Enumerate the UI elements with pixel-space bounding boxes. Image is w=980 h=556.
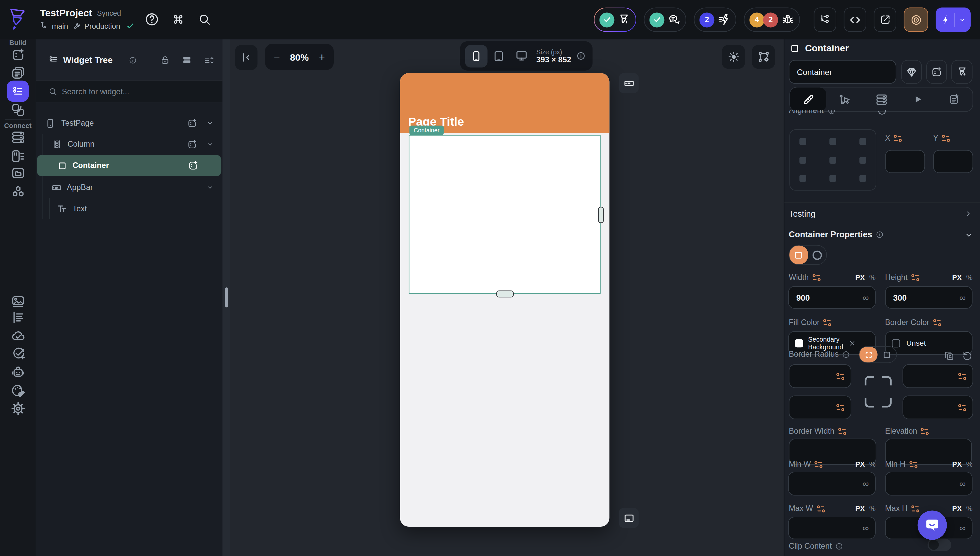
collapse-section-chevron-icon[interactable] xyxy=(964,230,974,240)
min-h-field[interactable]: ∞ xyxy=(885,472,972,495)
issues-badge[interactable]: 4 2 xyxy=(744,7,800,32)
command-palette-button[interactable] xyxy=(171,12,185,26)
tab-backend[interactable] xyxy=(863,87,899,111)
widget-name-field[interactable] xyxy=(789,60,896,84)
view-code-button[interactable] xyxy=(844,7,866,32)
alignment-grid[interactable] xyxy=(789,129,876,191)
align-dot[interactable] xyxy=(829,175,836,182)
device-tablet-button[interactable] xyxy=(487,45,510,67)
align-dot[interactable] xyxy=(829,157,836,164)
variable-icon[interactable] xyxy=(836,403,845,411)
x-input[interactable] xyxy=(885,150,925,173)
testing-section[interactable]: Testing xyxy=(789,209,815,219)
radius-top-left-field[interactable] xyxy=(789,364,851,388)
nav-add-widget[interactable] xyxy=(10,47,25,62)
max-h-unit-px[interactable]: PX xyxy=(953,505,962,512)
min-w-field[interactable]: ∞ xyxy=(788,472,876,495)
chevron-down-icon[interactable] xyxy=(206,141,214,148)
nav-integrations[interactable] xyxy=(10,184,25,199)
nav-cloud-functions[interactable] xyxy=(10,329,25,344)
min-h-unit-pct[interactable]: % xyxy=(966,460,972,468)
canvas-settings-button[interactable] xyxy=(752,45,775,69)
nav-pages[interactable] xyxy=(10,66,25,81)
shape-circle-button[interactable] xyxy=(808,246,826,264)
readiness-check-badge[interactable] xyxy=(594,7,636,32)
widget-search-input[interactable] xyxy=(61,83,213,100)
device-phone-button[interactable] xyxy=(465,45,487,67)
variable-icon[interactable] xyxy=(941,134,951,142)
fill-color-swatch[interactable] xyxy=(795,339,803,347)
appbar-shortcut-button[interactable] xyxy=(619,73,639,93)
add-widget-icon[interactable] xyxy=(188,160,199,171)
nav-components[interactable] xyxy=(10,102,25,117)
preview-button[interactable] xyxy=(904,7,928,32)
radius-bottom-right-field[interactable] xyxy=(902,395,974,419)
width-input[interactable] xyxy=(789,293,857,302)
height-field[interactable]: ∞ xyxy=(885,286,972,308)
radius-square-button[interactable] xyxy=(878,347,896,362)
variable-icon[interactable] xyxy=(958,372,967,380)
navbar-shortcut-button[interactable] xyxy=(619,508,639,528)
variable-icon[interactable] xyxy=(910,505,920,513)
add-widget-button[interactable] xyxy=(926,60,947,84)
tab-properties[interactable] xyxy=(790,87,826,111)
search-button[interactable] xyxy=(197,12,211,26)
branch-selector[interactable]: main Production xyxy=(40,21,135,31)
flutterflow-logo-icon[interactable] xyxy=(6,7,29,31)
add-widget-icon[interactable] xyxy=(187,139,197,150)
align-dot[interactable] xyxy=(859,138,866,145)
tab-actions[interactable] xyxy=(826,87,863,111)
nav-data-schema[interactable] xyxy=(10,149,25,164)
zoom-level[interactable]: 80% xyxy=(290,52,309,62)
radius-rounded-button[interactable] xyxy=(859,347,877,362)
size-value[interactable]: 393 × 852 xyxy=(536,55,571,64)
sort-button[interactable] xyxy=(204,55,214,66)
border-color-swatch[interactable] xyxy=(892,339,900,347)
tree-node-text[interactable]: Text xyxy=(36,198,222,219)
align-dot[interactable] xyxy=(859,157,866,164)
variable-icon[interactable] xyxy=(814,460,823,468)
height-input[interactable] xyxy=(886,293,954,302)
panel-layout-button[interactable] xyxy=(182,55,192,65)
min-w-infinity[interactable]: ∞ xyxy=(863,478,875,489)
zoom-out-button[interactable]: − xyxy=(274,52,280,62)
nav-image-assets[interactable] xyxy=(10,294,25,309)
border-color-field[interactable]: Unset xyxy=(885,331,972,355)
info-icon[interactable] xyxy=(129,57,137,64)
reset-icon[interactable] xyxy=(877,110,887,116)
max-h-infinity[interactable]: ∞ xyxy=(959,523,972,533)
nav-settings[interactable] xyxy=(10,401,25,416)
variable-icon[interactable] xyxy=(932,318,942,326)
reset-radius-icon[interactable] xyxy=(962,351,973,361)
variable-icon[interactable] xyxy=(816,505,826,513)
height-unit-px[interactable]: PX xyxy=(953,274,962,281)
chevron-down-icon[interactable] xyxy=(206,119,214,127)
nav-storyboard[interactable] xyxy=(10,310,25,325)
align-dot[interactable] xyxy=(829,138,836,145)
ai-generate-button[interactable] xyxy=(951,60,973,84)
copy-radius-icon[interactable] xyxy=(944,351,954,361)
min-h-infinity[interactable]: ∞ xyxy=(959,478,972,489)
support-chat-button[interactable] xyxy=(918,510,947,540)
chevron-down-icon[interactable] xyxy=(206,184,214,191)
max-w-unit-pct[interactable]: % xyxy=(869,505,876,512)
add-widget-icon[interactable] xyxy=(187,118,197,128)
tree-node-column[interactable]: Column xyxy=(36,134,222,155)
radius-top-right-field[interactable] xyxy=(902,364,974,388)
tab-documentation[interactable] xyxy=(936,87,972,111)
height-unit-pct[interactable]: % xyxy=(966,274,972,281)
comments-badge[interactable] xyxy=(644,7,686,32)
width-unit-pct[interactable]: % xyxy=(869,274,876,281)
max-w-field[interactable]: ∞ xyxy=(788,517,876,539)
project-name[interactable]: TestProject xyxy=(40,7,92,19)
zoom-in-button[interactable]: + xyxy=(319,52,325,62)
tree-node-testpage[interactable]: TestPage xyxy=(36,112,222,134)
nav-widget-tree-selected[interactable] xyxy=(7,81,29,102)
collapse-panel-button[interactable] xyxy=(235,45,257,70)
light-mode-toggle-button[interactable] xyxy=(722,45,745,69)
widget-name-input[interactable] xyxy=(789,67,892,76)
tree-node-container-selected[interactable]: Container xyxy=(37,155,222,176)
width-field[interactable]: ∞ xyxy=(788,286,876,308)
variable-icon[interactable] xyxy=(958,403,967,411)
align-dot[interactable] xyxy=(799,157,806,164)
